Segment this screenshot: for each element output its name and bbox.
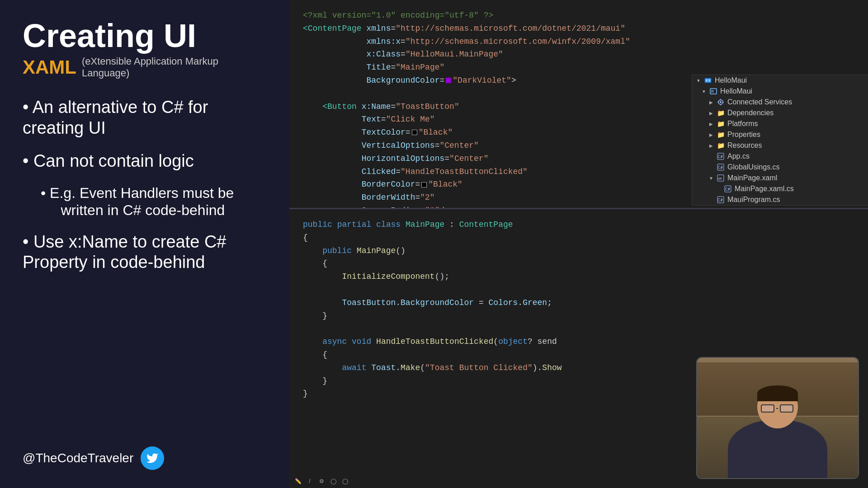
se-appcs-spacer [708, 154, 714, 159]
resources-folder-icon: 📁 [717, 141, 725, 150]
toolbar-settings-icon[interactable]: ⚙ [317, 477, 326, 485]
toolbar-slash-icon: / [306, 477, 314, 485]
platforms-folder-icon: 📁 [717, 120, 725, 128]
code-line-5: Title="MainPage" [303, 61, 854, 74]
se-mainpage-xaml-cs-label: MainPage.xaml.cs [735, 185, 794, 193]
se-platforms-label: Platforms [727, 120, 758, 128]
svg-text:C#: C# [718, 165, 723, 170]
svg-text:C#: C# [725, 187, 730, 192]
toolbar-edit-icon[interactable]: ✏️ [294, 477, 302, 485]
se-connected-services-label: Connected Services [727, 98, 792, 106]
se-dependencies[interactable]: ▶ 📁 Dependencies [692, 108, 868, 118]
left-panel: Creating UI XAML (eXtensible Application… [0, 0, 289, 488]
dependencies-folder-icon: 📁 [717, 109, 725, 117]
code-line-4: x:Class="HelloMaui.MainPage" [303, 48, 854, 61]
se-resources-label: Resources [727, 141, 762, 150]
webcam-video [697, 358, 858, 478]
toolbar-circle1-icon: ◯ [329, 477, 337, 485]
se-mainxamlcs-spacer [716, 187, 721, 192]
se-plat-chevron[interactable]: ▶ [708, 122, 714, 127]
xaml-description: (eXtensible Application Markup Language) [82, 56, 267, 79]
se-properties-label: Properties [727, 131, 760, 139]
se-mauiprogram-cs[interactable]: C# MauiProgram.cs [692, 194, 868, 205]
se-dependencies-label: Dependencies [727, 109, 774, 117]
bullet-1: An alternative to C# forcreating UI [23, 97, 267, 138]
se-prop-chevron[interactable]: ▶ [708, 132, 714, 137]
toolbar-circle2-icon: ◯ [341, 477, 349, 485]
xaml-keyword: XAML [23, 56, 76, 78]
bullet-2: Can not contain logic [23, 151, 267, 172]
slide-title: Creating UI [23, 18, 267, 54]
se-expand-solution[interactable]: ▼ [696, 78, 701, 83]
se-globalusings-label: GlobalUsings.cs [727, 163, 780, 171]
se-res-chevron[interactable]: ▶ [708, 143, 714, 148]
webcam-overlay [696, 357, 859, 479]
cs-line-7: } [303, 310, 854, 323]
se-resources[interactable]: ▶ 📁 Resources [692, 140, 868, 151]
cs-line-2: { [303, 231, 854, 244]
se-platforms[interactable]: ▶ 📁 Platforms [692, 118, 868, 129]
connected-services-icon [717, 98, 725, 106]
cs-line-3: public MainPage() [303, 244, 854, 258]
bullet-2a: E.g. Event Handlers must be written in C… [23, 184, 267, 219]
svg-text:C#: C# [718, 198, 723, 202]
se-app-cs-label: App.cs [727, 152, 750, 160]
cs-line-4: { [303, 257, 854, 270]
se-globalusings-cs[interactable]: C# GlobalUsings.cs [692, 162, 868, 173]
slide-subtitle-line: XAML (eXtensible Application Markup Lang… [23, 56, 267, 79]
bullet-points: An alternative to C# forcreating UI Can … [23, 97, 267, 273]
se-dep-chevron[interactable]: ▶ [708, 111, 714, 116]
twitter-handle: @TheCodeTraveler [23, 451, 133, 465]
svg-text:M: M [711, 89, 714, 94]
svg-text:XM: XM [718, 177, 722, 181]
solution-explorer: ▼ HelloMaui ▼ M HelloMaui ▶ Connected Se… [692, 75, 868, 206]
cs-line-blank2 [303, 322, 854, 335]
cs-line-blank [303, 283, 854, 296]
app-cs-icon: C# [717, 152, 725, 160]
mainpage-xaml-cs-icon: C# [724, 185, 732, 193]
se-app-cs[interactable]: C# App.cs [692, 151, 868, 162]
se-mainpage-xaml[interactable]: ▼ XM MainPage.xaml [692, 173, 868, 183]
svg-text:C#: C# [718, 155, 723, 159]
code-line-1: <?xml version="1.0" encoding="utf-8" ?> [303, 9, 854, 22]
se-solution-name: HelloMaui [715, 76, 747, 84]
cs-line-1: public partial class MainPage : ContentP… [303, 218, 854, 231]
twitter-icon[interactable] [141, 446, 164, 470]
se-project-name: HelloMaui [720, 87, 752, 95]
se-cs-chevron[interactable]: ▶ [708, 100, 714, 105]
project-icon: M [709, 87, 717, 95]
cs-line-8: async void HandleToastButtonClicked(obje… [303, 335, 854, 348]
se-mainpage-xaml-cs[interactable]: C# MainPage.xaml.cs [692, 183, 868, 194]
se-properties[interactable]: ▶ 📁 Properties [692, 129, 868, 140]
right-panel: <?xml version="1.0" encoding="utf-8" ?> … [289, 0, 868, 488]
se-expand-project[interactable]: ▼ [701, 89, 707, 94]
se-project[interactable]: ▼ M HelloMaui [692, 86, 868, 97]
se-mauiprogram-cs-label: MauiProgram.cs [727, 196, 780, 204]
cs-line-6: ToastButton.BackgroundColor = Colors.Gre… [303, 296, 854, 310]
se-solution-root[interactable]: ▼ HelloMaui [692, 75, 868, 86]
svg-rect-1 [706, 79, 708, 82]
footer: @TheCodeTraveler [23, 437, 267, 470]
se-mainxaml-chevron[interactable]: ▼ [708, 176, 714, 181]
properties-folder-icon: 📁 [717, 131, 725, 139]
solution-icon [704, 76, 712, 84]
se-glob-spacer [708, 165, 714, 170]
cs-line-5: InitializeComponent(); [303, 270, 854, 283]
se-connected-services[interactable]: ▶ Connected Services [692, 97, 868, 108]
code-line-2: <ContentPage xmlns="http://schemas.micro… [303, 22, 854, 35]
globalusings-cs-icon: C# [717, 163, 725, 171]
svg-rect-2 [708, 79, 710, 82]
code-line-3: xmlns:x="http://schemas.microsoft.com/wi… [303, 35, 854, 48]
se-maui-spacer [708, 197, 714, 202]
bullet-3: Use x:Name to create C#Property in code-… [23, 232, 267, 273]
mauiprogram-cs-icon: C# [717, 196, 725, 204]
mainpage-xaml-icon: XM [717, 174, 725, 182]
svg-point-6 [720, 101, 722, 103]
se-mainpage-xaml-label: MainPage.xaml [727, 174, 777, 182]
